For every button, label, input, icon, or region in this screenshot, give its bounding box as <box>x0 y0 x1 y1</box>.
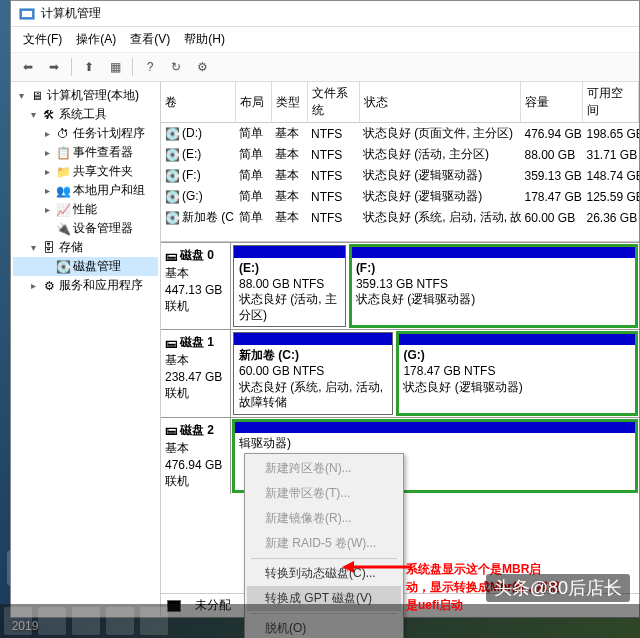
volume-list[interactable]: 卷 布局 类型 文件系统 状态 容量 可用空间 💽(D:)简单基本NTFS状态良… <box>161 82 639 242</box>
services-icon: ⚙ <box>42 279 56 293</box>
col-free[interactable]: 可用空间 <box>583 82 639 123</box>
disk-icon: 🖴 <box>165 336 177 350</box>
disk-row[interactable]: 🖴磁盘 1基本238.47 GB联机新加卷 (C:)60.00 GB NTFS状… <box>161 329 639 416</box>
tree-shared[interactable]: ▸📁共享文件夹 <box>13 162 158 181</box>
tree-systools[interactable]: ▾🛠系统工具 <box>13 105 158 124</box>
col-volume[interactable]: 卷 <box>161 82 235 123</box>
annotation-arrow <box>342 558 412 576</box>
disk-icon: 🖴 <box>165 249 177 263</box>
col-type[interactable]: 类型 <box>271 82 307 123</box>
disk-info[interactable]: 🖴磁盘 2基本476.94 GB联机 <box>161 418 231 494</box>
forward-button[interactable]: ➡ <box>43 56 65 78</box>
show-hide-button[interactable]: ▦ <box>104 56 126 78</box>
toolbar: ⬅ ➡ ⬆ ▦ ? ↻ ⚙ <box>11 53 639 82</box>
up-button[interactable]: ⬆ <box>78 56 100 78</box>
partition[interactable]: (E:)88.00 GB NTFS状态良好 (活动, 主分区) <box>233 245 346 327</box>
disk-info[interactable]: 🖴磁盘 1基本238.47 GB联机 <box>161 330 231 416</box>
disk-row[interactable]: 🖴磁盘 0基本447.13 GB联机(E:)88.00 GB NTFS状态良好 … <box>161 242 639 329</box>
svg-marker-3 <box>342 561 354 573</box>
taskbar-icon[interactable] <box>106 607 134 635</box>
tree-devmgr[interactable]: 🔌设备管理器 <box>13 219 158 238</box>
taskbar-icon[interactable] <box>72 607 100 635</box>
volume-icon: 💽 <box>165 169 179 183</box>
menu-help[interactable]: 帮助(H) <box>178 29 231 50</box>
event-icon: 📋 <box>56 146 70 160</box>
device-icon: 🔌 <box>56 222 70 236</box>
clock-icon: ⏱ <box>56 127 70 141</box>
tree-services[interactable]: ▸⚙服务和应用程序 <box>13 276 158 295</box>
col-status[interactable]: 状态 <box>359 82 521 123</box>
volume-icon: 💽 <box>165 148 179 162</box>
ctx-new-stripe[interactable]: 新建带区卷(T)... <box>247 481 401 506</box>
users-icon: 👥 <box>56 184 70 198</box>
tree-root[interactable]: ▾🖥计算机管理(本地) <box>13 86 158 105</box>
col-capacity[interactable]: 容量 <box>521 82 583 123</box>
disk-info[interactable]: 🖴磁盘 0基本447.13 GB联机 <box>161 243 231 329</box>
ctx-new-mirror[interactable]: 新建镜像卷(R)... <box>247 506 401 531</box>
folder-icon: 📁 <box>56 165 70 179</box>
perf-icon: 📈 <box>56 203 70 217</box>
ctx-new-raid5[interactable]: 新建 RAID-5 卷(W)... <box>247 531 401 556</box>
svg-rect-1 <box>22 11 32 17</box>
storage-icon: 🗄 <box>42 241 56 255</box>
tree-diskmgmt[interactable]: 💽磁盘管理 <box>13 257 158 276</box>
tree-users[interactable]: ▸👥本地用户和组 <box>13 181 158 200</box>
back-button[interactable]: ⬅ <box>17 56 39 78</box>
taskbar-icon[interactable] <box>140 607 168 635</box>
tree-eventviewer[interactable]: ▸📋事件查看器 <box>13 143 158 162</box>
volume-row[interactable]: 💽(D:)简单基本NTFS状态良好 (页面文件, 主分区)476.94 GB19… <box>161 123 639 145</box>
menu-file[interactable]: 文件(F) <box>17 29 68 50</box>
refresh-button[interactable]: ↻ <box>165 56 187 78</box>
volume-row[interactable]: 💽(F:)简单基本NTFS状态良好 (逻辑驱动器)359.13 GB148.74… <box>161 165 639 186</box>
tree-perf[interactable]: ▸📈性能 <box>13 200 158 219</box>
nav-tree[interactable]: ▾🖥计算机管理(本地) ▾🛠系统工具 ▸⏱任务计划程序 ▸📋事件查看器 ▸📁共享… <box>11 82 161 617</box>
menubar: 文件(F) 操作(A) 查看(V) 帮助(H) <box>11 27 639 53</box>
app-icon <box>19 6 35 22</box>
tools-icon: 🛠 <box>42 108 56 122</box>
disk-icon: 🖴 <box>165 423 177 437</box>
titlebar[interactable]: 计算机管理 <box>11 1 639 27</box>
tree-storage[interactable]: ▾🗄存储 <box>13 238 158 257</box>
tree-scheduler[interactable]: ▸⏱任务计划程序 <box>13 124 158 143</box>
help-button[interactable]: ? <box>139 56 161 78</box>
watermark: 头条@80后店长 <box>486 574 630 602</box>
menu-view[interactable]: 查看(V) <box>124 29 176 50</box>
volume-icon: 💽 <box>165 190 179 204</box>
volume-row[interactable]: 💽新加卷 (C:)简单基本NTFS状态良好 (系统, 启动, 活动, 故障转储,… <box>161 207 639 228</box>
taskbar-icon[interactable] <box>4 607 32 635</box>
partition[interactable]: (F:)359.13 GB NTFS状态良好 (逻辑驱动器) <box>350 245 637 327</box>
settings-button[interactable]: ⚙ <box>191 56 213 78</box>
volume-row[interactable]: 💽(G:)简单基本NTFS状态良好 (逻辑驱动器)178.47 GB125.59… <box>161 186 639 207</box>
computer-icon: 🖥 <box>30 89 44 103</box>
ctx-new-span[interactable]: 新建跨区卷(N)... <box>247 456 401 481</box>
partition[interactable]: 新加卷 (C:)60.00 GB NTFS状态良好 (系统, 启动, 活动, 故… <box>233 332 393 414</box>
volume-row[interactable]: 💽(E:)简单基本NTFS状态良好 (活动, 主分区)88.00 GB31.71… <box>161 144 639 165</box>
taskbar-icon[interactable] <box>38 607 66 635</box>
window-title: 计算机管理 <box>41 5 101 22</box>
partition[interactable]: (G:)178.47 GB NTFS状态良好 (逻辑驱动器) <box>397 332 637 414</box>
col-layout[interactable]: 布局 <box>235 82 271 123</box>
menu-action[interactable]: 操作(A) <box>70 29 122 50</box>
col-fs[interactable]: 文件系统 <box>307 82 359 123</box>
disk-icon: 💽 <box>56 260 70 274</box>
volume-icon: 💽 <box>165 127 179 141</box>
volume-icon: 💽 <box>165 211 179 225</box>
